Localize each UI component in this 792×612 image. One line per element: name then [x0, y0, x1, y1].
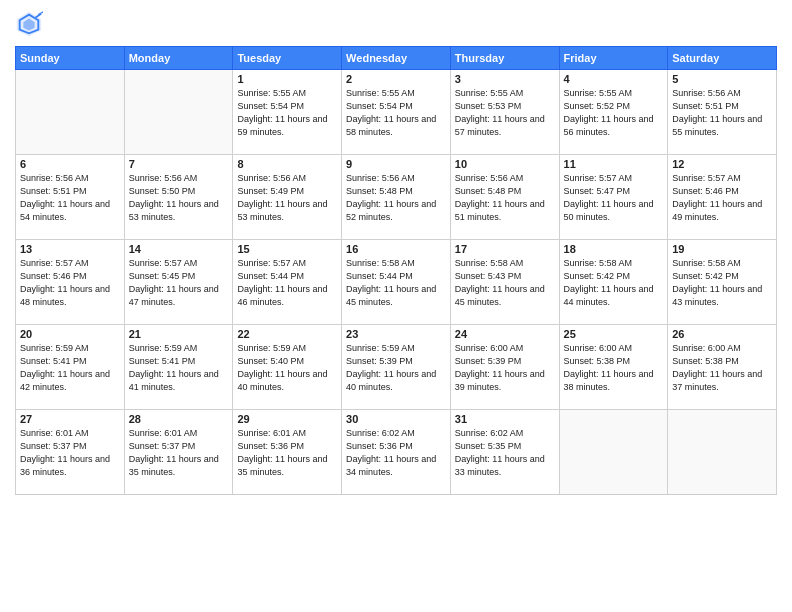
day-number: 22: [237, 328, 337, 340]
day-number: 31: [455, 413, 555, 425]
calendar-cell: 9Sunrise: 5:56 AMSunset: 5:48 PMDaylight…: [342, 155, 451, 240]
day-info: Sunrise: 6:02 AMSunset: 5:35 PMDaylight:…: [455, 427, 555, 479]
calendar-cell: 13Sunrise: 5:57 AMSunset: 5:46 PMDayligh…: [16, 240, 125, 325]
day-number: 25: [564, 328, 664, 340]
day-info: Sunrise: 5:59 AMSunset: 5:39 PMDaylight:…: [346, 342, 446, 394]
calendar-cell: 8Sunrise: 5:56 AMSunset: 5:49 PMDaylight…: [233, 155, 342, 240]
day-number: 19: [672, 243, 772, 255]
day-info: Sunrise: 5:58 AMSunset: 5:43 PMDaylight:…: [455, 257, 555, 309]
calendar-cell: 17Sunrise: 5:58 AMSunset: 5:43 PMDayligh…: [450, 240, 559, 325]
logo-icon: [15, 10, 43, 38]
weekday-header: Friday: [559, 47, 668, 70]
day-number: 12: [672, 158, 772, 170]
day-number: 15: [237, 243, 337, 255]
calendar-cell: 20Sunrise: 5:59 AMSunset: 5:41 PMDayligh…: [16, 325, 125, 410]
day-number: 4: [564, 73, 664, 85]
calendar-cell: 18Sunrise: 5:58 AMSunset: 5:42 PMDayligh…: [559, 240, 668, 325]
calendar-cell: 12Sunrise: 5:57 AMSunset: 5:46 PMDayligh…: [668, 155, 777, 240]
day-info: Sunrise: 5:59 AMSunset: 5:41 PMDaylight:…: [20, 342, 120, 394]
calendar-cell: 30Sunrise: 6:02 AMSunset: 5:36 PMDayligh…: [342, 410, 451, 495]
day-info: Sunrise: 5:56 AMSunset: 5:51 PMDaylight:…: [20, 172, 120, 224]
calendar-table: SundayMondayTuesdayWednesdayThursdayFrid…: [15, 46, 777, 495]
day-info: Sunrise: 6:00 AMSunset: 5:39 PMDaylight:…: [455, 342, 555, 394]
weekday-header: Sunday: [16, 47, 125, 70]
day-info: Sunrise: 6:01 AMSunset: 5:37 PMDaylight:…: [20, 427, 120, 479]
day-info: Sunrise: 6:01 AMSunset: 5:36 PMDaylight:…: [237, 427, 337, 479]
day-info: Sunrise: 5:57 AMSunset: 5:46 PMDaylight:…: [20, 257, 120, 309]
calendar-cell: 3Sunrise: 5:55 AMSunset: 5:53 PMDaylight…: [450, 70, 559, 155]
calendar-cell: [16, 70, 125, 155]
logo: [15, 10, 47, 38]
calendar-cell: 28Sunrise: 6:01 AMSunset: 5:37 PMDayligh…: [124, 410, 233, 495]
day-number: 17: [455, 243, 555, 255]
calendar-cell: [124, 70, 233, 155]
calendar-cell: 25Sunrise: 6:00 AMSunset: 5:38 PMDayligh…: [559, 325, 668, 410]
calendar-cell: 10Sunrise: 5:56 AMSunset: 5:48 PMDayligh…: [450, 155, 559, 240]
calendar-cell: 7Sunrise: 5:56 AMSunset: 5:50 PMDaylight…: [124, 155, 233, 240]
calendar-cell: 15Sunrise: 5:57 AMSunset: 5:44 PMDayligh…: [233, 240, 342, 325]
calendar-cell: 22Sunrise: 5:59 AMSunset: 5:40 PMDayligh…: [233, 325, 342, 410]
day-number: 8: [237, 158, 337, 170]
day-number: 23: [346, 328, 446, 340]
day-info: Sunrise: 6:02 AMSunset: 5:36 PMDaylight:…: [346, 427, 446, 479]
calendar-cell: 27Sunrise: 6:01 AMSunset: 5:37 PMDayligh…: [16, 410, 125, 495]
day-info: Sunrise: 5:57 AMSunset: 5:45 PMDaylight:…: [129, 257, 229, 309]
day-number: 30: [346, 413, 446, 425]
day-info: Sunrise: 6:01 AMSunset: 5:37 PMDaylight:…: [129, 427, 229, 479]
day-number: 2: [346, 73, 446, 85]
day-info: Sunrise: 5:58 AMSunset: 5:42 PMDaylight:…: [672, 257, 772, 309]
day-info: Sunrise: 5:56 AMSunset: 5:50 PMDaylight:…: [129, 172, 229, 224]
page: SundayMondayTuesdayWednesdayThursdayFrid…: [0, 0, 792, 612]
calendar-cell: 19Sunrise: 5:58 AMSunset: 5:42 PMDayligh…: [668, 240, 777, 325]
day-number: 24: [455, 328, 555, 340]
day-info: Sunrise: 6:00 AMSunset: 5:38 PMDaylight:…: [672, 342, 772, 394]
day-number: 11: [564, 158, 664, 170]
day-info: Sunrise: 5:59 AMSunset: 5:41 PMDaylight:…: [129, 342, 229, 394]
day-number: 6: [20, 158, 120, 170]
calendar-cell: [559, 410, 668, 495]
day-info: Sunrise: 5:56 AMSunset: 5:48 PMDaylight:…: [455, 172, 555, 224]
day-info: Sunrise: 5:56 AMSunset: 5:48 PMDaylight:…: [346, 172, 446, 224]
calendar-header-row: SundayMondayTuesdayWednesdayThursdayFrid…: [16, 47, 777, 70]
day-number: 14: [129, 243, 229, 255]
day-info: Sunrise: 5:55 AMSunset: 5:54 PMDaylight:…: [346, 87, 446, 139]
weekday-header: Tuesday: [233, 47, 342, 70]
day-info: Sunrise: 5:56 AMSunset: 5:49 PMDaylight:…: [237, 172, 337, 224]
day-number: 20: [20, 328, 120, 340]
calendar-cell: 2Sunrise: 5:55 AMSunset: 5:54 PMDaylight…: [342, 70, 451, 155]
header: [15, 10, 777, 38]
day-number: 1: [237, 73, 337, 85]
calendar-cell: 4Sunrise: 5:55 AMSunset: 5:52 PMDaylight…: [559, 70, 668, 155]
day-info: Sunrise: 5:58 AMSunset: 5:42 PMDaylight:…: [564, 257, 664, 309]
day-info: Sunrise: 5:57 AMSunset: 5:46 PMDaylight:…: [672, 172, 772, 224]
weekday-header: Wednesday: [342, 47, 451, 70]
day-number: 10: [455, 158, 555, 170]
calendar-cell: 31Sunrise: 6:02 AMSunset: 5:35 PMDayligh…: [450, 410, 559, 495]
day-number: 26: [672, 328, 772, 340]
calendar-cell: 11Sunrise: 5:57 AMSunset: 5:47 PMDayligh…: [559, 155, 668, 240]
calendar-cell: 1Sunrise: 5:55 AMSunset: 5:54 PMDaylight…: [233, 70, 342, 155]
calendar-cell: 14Sunrise: 5:57 AMSunset: 5:45 PMDayligh…: [124, 240, 233, 325]
day-number: 3: [455, 73, 555, 85]
day-info: Sunrise: 5:57 AMSunset: 5:44 PMDaylight:…: [237, 257, 337, 309]
calendar-cell: 16Sunrise: 5:58 AMSunset: 5:44 PMDayligh…: [342, 240, 451, 325]
day-number: 18: [564, 243, 664, 255]
day-number: 13: [20, 243, 120, 255]
day-info: Sunrise: 5:58 AMSunset: 5:44 PMDaylight:…: [346, 257, 446, 309]
day-number: 21: [129, 328, 229, 340]
day-info: Sunrise: 5:59 AMSunset: 5:40 PMDaylight:…: [237, 342, 337, 394]
day-number: 5: [672, 73, 772, 85]
day-info: Sunrise: 5:57 AMSunset: 5:47 PMDaylight:…: [564, 172, 664, 224]
day-number: 28: [129, 413, 229, 425]
calendar-cell: 26Sunrise: 6:00 AMSunset: 5:38 PMDayligh…: [668, 325, 777, 410]
day-number: 9: [346, 158, 446, 170]
calendar-cell: 6Sunrise: 5:56 AMSunset: 5:51 PMDaylight…: [16, 155, 125, 240]
day-info: Sunrise: 5:55 AMSunset: 5:53 PMDaylight:…: [455, 87, 555, 139]
calendar-cell: 29Sunrise: 6:01 AMSunset: 5:36 PMDayligh…: [233, 410, 342, 495]
day-info: Sunrise: 6:00 AMSunset: 5:38 PMDaylight:…: [564, 342, 664, 394]
calendar-cell: 23Sunrise: 5:59 AMSunset: 5:39 PMDayligh…: [342, 325, 451, 410]
day-info: Sunrise: 5:55 AMSunset: 5:54 PMDaylight:…: [237, 87, 337, 139]
weekday-header: Saturday: [668, 47, 777, 70]
day-number: 27: [20, 413, 120, 425]
calendar-cell: 21Sunrise: 5:59 AMSunset: 5:41 PMDayligh…: [124, 325, 233, 410]
